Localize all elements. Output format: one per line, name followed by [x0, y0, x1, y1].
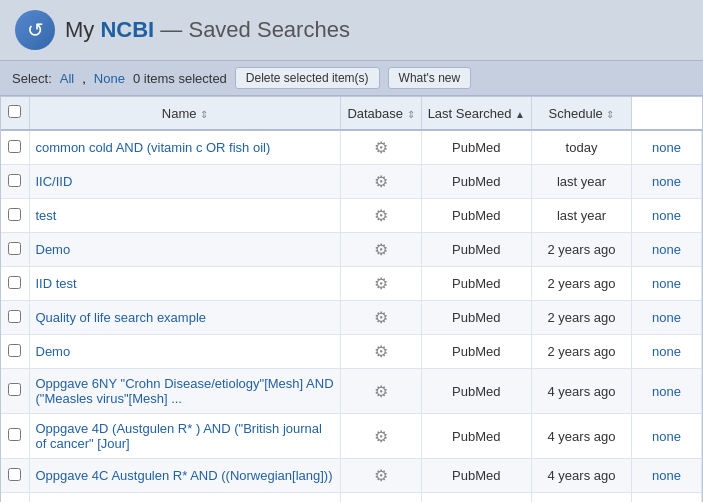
table-header-row: Name ⇕ Database ⇕ Last Searched ▲ Schedu…: [1, 97, 702, 130]
row-last-searched-cell: 2 years ago: [532, 335, 632, 369]
whats-new-button[interactable]: What's new: [388, 67, 472, 89]
row-database-cell: PubMed: [421, 130, 531, 165]
row-database-cell: PubMed: [421, 493, 531, 503]
row-name-cell: IID test: [29, 267, 341, 301]
schedule-link[interactable]: none: [652, 344, 681, 359]
row-schedule-cell: none: [632, 335, 702, 369]
select-none-link[interactable]: None: [94, 71, 125, 86]
row-checkbox-cell: [1, 369, 29, 414]
row-checkbox[interactable]: [8, 383, 21, 396]
row-checkbox[interactable]: [8, 208, 21, 221]
row-database-cell: PubMed: [421, 335, 531, 369]
header-database[interactable]: Database ⇕: [341, 97, 421, 130]
row-gear-cell: ⚙: [341, 369, 421, 414]
schedule-link[interactable]: none: [652, 429, 681, 444]
gear-icon[interactable]: ⚙: [374, 383, 388, 400]
row-checkbox-cell: [1, 335, 29, 369]
row-gear-cell: ⚙: [341, 233, 421, 267]
row-checkbox-cell: [1, 233, 29, 267]
row-gear-cell: ⚙: [341, 301, 421, 335]
row-schedule-cell: none: [632, 165, 702, 199]
row-last-searched-cell: 2 years ago: [532, 301, 632, 335]
schedule-link[interactable]: none: [652, 468, 681, 483]
row-last-searched-cell: 2 years ago: [532, 267, 632, 301]
delete-selected-button[interactable]: Delete selected item(s): [235, 67, 380, 89]
search-name-link[interactable]: common cold AND (vitamin c OR fish oil): [36, 140, 271, 155]
row-name-cell: Oppgave 6NY "Crohn Disease/etiology"[Mes…: [29, 369, 341, 414]
row-name-cell: Quality of life search example: [29, 301, 341, 335]
search-name-link[interactable]: Oppgave 6NY "Crohn Disease/etiology"[Mes…: [36, 376, 334, 406]
db-sort-icon: ⇕: [407, 109, 415, 120]
row-gear-cell: ⚙: [341, 414, 421, 459]
row-database-cell: PubMed: [421, 165, 531, 199]
row-checkbox[interactable]: [8, 242, 21, 255]
row-last-searched-cell: 4 years ago: [532, 493, 632, 503]
search-name-link[interactable]: IIC/IID: [36, 174, 73, 189]
search-name-link[interactable]: Oppgave 4D (Austgulen R* ) AND ("British…: [36, 421, 322, 451]
row-name-cell: Oppgave 4C Austgulen R* AND ((Norwegian[…: [29, 459, 341, 493]
gear-icon[interactable]: ⚙: [374, 428, 388, 445]
schedule-link[interactable]: none: [652, 174, 681, 189]
row-last-searched-cell: 4 years ago: [532, 414, 632, 459]
schedule-link[interactable]: none: [652, 208, 681, 223]
header-schedule[interactable]: Schedule ⇕: [532, 97, 632, 130]
header-last-searched[interactable]: Last Searched ▲: [421, 97, 531, 130]
gear-icon[interactable]: ⚙: [374, 467, 388, 484]
toolbar: Select: All, None 0 items selected Delet…: [0, 60, 703, 96]
search-name-link[interactable]: Quality of life search example: [36, 310, 207, 325]
select-all-checkbox[interactable]: [8, 105, 21, 118]
row-checkbox[interactable]: [8, 174, 21, 187]
gear-icon[interactable]: ⚙: [374, 173, 388, 190]
table-row: Demo⚙PubMed2 years agonone: [1, 233, 702, 267]
row-checkbox[interactable]: [8, 310, 21, 323]
searches-table-container: Name ⇕ Database ⇕ Last Searched ▲ Schedu…: [0, 96, 703, 502]
row-schedule-cell: none: [632, 369, 702, 414]
gear-icon[interactable]: ⚙: [374, 275, 388, 292]
row-database-cell: PubMed: [421, 369, 531, 414]
row-schedule-cell: none: [632, 493, 702, 503]
search-name-link[interactable]: Oppgave 4C Austgulen R* AND ((Norwegian[…: [36, 468, 333, 483]
name-sort-icon: ⇕: [200, 109, 208, 120]
schedule-link[interactable]: none: [652, 384, 681, 399]
row-database-cell: PubMed: [421, 233, 531, 267]
row-schedule-cell: none: [632, 199, 702, 233]
ncbi-logo: ↺: [15, 10, 55, 50]
schedule-link[interactable]: none: [652, 310, 681, 325]
table-row: Oppgave 4D (Austgulen R* ) AND ("British…: [1, 414, 702, 459]
gear-icon[interactable]: ⚙: [374, 309, 388, 326]
row-gear-cell: ⚙: [341, 267, 421, 301]
search-name-link[interactable]: Demo: [36, 242, 71, 257]
search-name-link[interactable]: Demo: [36, 344, 71, 359]
row-checkbox[interactable]: [8, 428, 21, 441]
row-name-cell: Oppgave 4B Austgulen R* [1AU]: [29, 493, 341, 503]
row-gear-cell: ⚙: [341, 199, 421, 233]
select-all-link[interactable]: All: [60, 71, 74, 86]
gear-icon[interactable]: ⚙: [374, 343, 388, 360]
table-row: test⚙PubMedlast yearnone: [1, 199, 702, 233]
row-database-cell: PubMed: [421, 199, 531, 233]
row-checkbox[interactable]: [8, 468, 21, 481]
row-database-cell: PubMed: [421, 267, 531, 301]
schedule-link[interactable]: none: [652, 242, 681, 257]
table-row: Quality of life search example⚙PubMed2 y…: [1, 301, 702, 335]
gear-icon[interactable]: ⚙: [374, 139, 388, 156]
schedule-link[interactable]: none: [652, 276, 681, 291]
search-name-link[interactable]: test: [36, 208, 57, 223]
schedule-sort-icon: ⇕: [606, 109, 614, 120]
gear-icon[interactable]: ⚙: [374, 207, 388, 224]
row-name-cell: common cold AND (vitamin c OR fish oil): [29, 130, 341, 165]
table-row: common cold AND (vitamin c OR fish oil)⚙…: [1, 130, 702, 165]
row-checkbox[interactable]: [8, 276, 21, 289]
gear-icon[interactable]: ⚙: [374, 241, 388, 258]
header-name[interactable]: Name ⇕: [29, 97, 341, 130]
schedule-link[interactable]: none: [652, 140, 681, 155]
search-name-link[interactable]: IID test: [36, 276, 77, 291]
row-checkbox-cell: [1, 165, 29, 199]
searches-table: Name ⇕ Database ⇕ Last Searched ▲ Schedu…: [1, 97, 702, 502]
row-schedule-cell: none: [632, 233, 702, 267]
row-checkbox-cell: [1, 493, 29, 503]
table-row: Oppgave 4C Austgulen R* AND ((Norwegian[…: [1, 459, 702, 493]
row-checkbox[interactable]: [8, 140, 21, 153]
row-checkbox[interactable]: [8, 344, 21, 357]
row-gear-cell: ⚙: [341, 335, 421, 369]
